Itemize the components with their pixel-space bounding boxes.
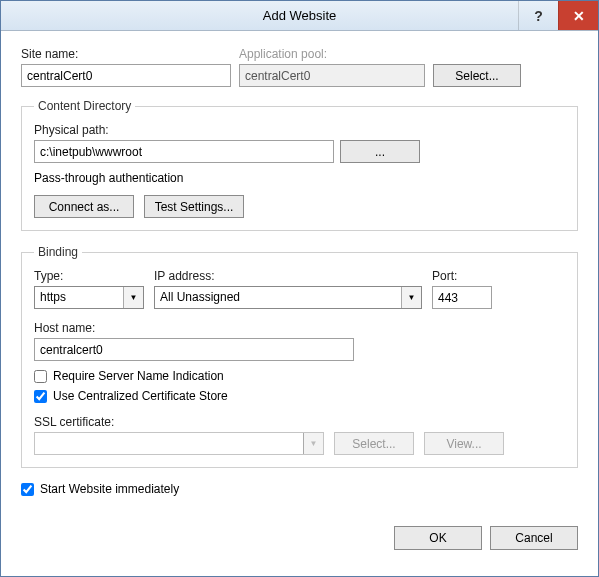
site-name-input[interactable] (21, 64, 231, 87)
ok-button[interactable]: OK (394, 526, 482, 550)
close-button[interactable]: ✕ (558, 1, 598, 30)
content-directory-group: Content Directory Physical path: ... Pas… (21, 99, 578, 231)
ssl-cert-select: ▼ (34, 432, 324, 455)
host-name-input[interactable] (34, 338, 354, 361)
use-ccs-label: Use Centralized Certificate Store (53, 389, 228, 403)
type-select[interactable]: https ▼ (34, 286, 144, 309)
browse-path-button[interactable]: ... (340, 140, 420, 163)
chevron-down-icon[interactable]: ▼ (401, 287, 421, 308)
start-immediately-checkbox[interactable] (21, 483, 34, 496)
binding-legend: Binding (34, 245, 82, 259)
ssl-cert-label: SSL certificate: (34, 415, 565, 429)
passthru-auth-label: Pass-through authentication (34, 171, 565, 185)
start-immediately-label: Start Website immediately (40, 482, 179, 496)
port-label: Port: (432, 269, 492, 283)
physical-path-label: Physical path: (34, 123, 565, 137)
window-title: Add Website (1, 8, 598, 23)
port-input[interactable] (432, 286, 492, 309)
help-button[interactable]: ? (518, 1, 558, 30)
ssl-cert-value (35, 433, 303, 454)
test-settings-button[interactable]: Test Settings... (144, 195, 244, 218)
ip-address-label: IP address: (154, 269, 422, 283)
titlebar: Add Website ? ✕ (1, 1, 598, 31)
physical-path-input[interactable] (34, 140, 334, 163)
type-value: https (35, 287, 123, 308)
chevron-down-icon[interactable]: ▼ (123, 287, 143, 308)
use-ccs-checkbox[interactable] (34, 390, 47, 403)
app-pool-input (239, 64, 425, 87)
binding-group: Binding Type: https ▼ IP address: All Un… (21, 245, 578, 468)
app-pool-label: Application pool: (239, 47, 425, 61)
chevron-down-icon: ▼ (303, 433, 323, 454)
connect-as-button[interactable]: Connect as... (34, 195, 134, 218)
ip-address-select[interactable]: All Unassigned ▼ (154, 286, 422, 309)
ip-address-value: All Unassigned (155, 287, 401, 308)
require-sni-label: Require Server Name Indication (53, 369, 224, 383)
content-directory-legend: Content Directory (34, 99, 135, 113)
cancel-button[interactable]: Cancel (490, 526, 578, 550)
ssl-select-button: Select... (334, 432, 414, 455)
host-name-label: Host name: (34, 321, 565, 335)
type-label: Type: (34, 269, 144, 283)
ssl-view-button: View... (424, 432, 504, 455)
select-app-pool-button[interactable]: Select... (433, 64, 521, 87)
site-name-label: Site name: (21, 47, 231, 61)
require-sni-checkbox[interactable] (34, 370, 47, 383)
